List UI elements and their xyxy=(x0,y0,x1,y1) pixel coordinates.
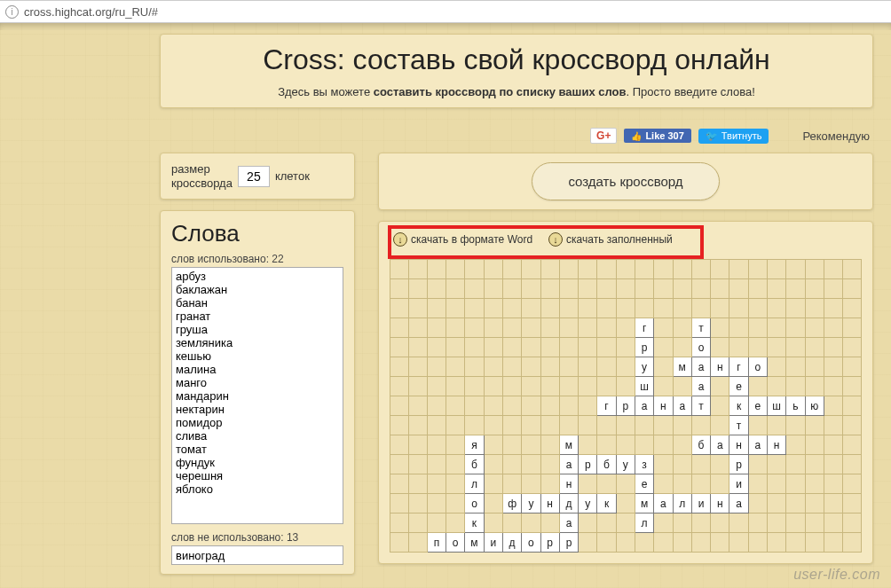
grid-cell xyxy=(540,377,559,396)
grid-cell xyxy=(691,533,710,553)
grid-cell xyxy=(673,416,691,435)
thumb-up-icon: 👍 xyxy=(631,131,642,141)
grid-cell xyxy=(673,533,691,553)
grid-cell xyxy=(465,260,484,279)
google-plus-button[interactable]: G+ xyxy=(590,128,617,144)
grid-cell xyxy=(805,338,824,357)
grid-cell xyxy=(390,494,409,514)
grid-cell xyxy=(767,455,785,474)
grid-cell: т xyxy=(691,396,710,416)
grid-cell xyxy=(673,260,691,279)
hero-panel: Cross: составь свой кроссворд онлайн Зде… xyxy=(160,34,873,108)
grid-cell xyxy=(484,318,502,338)
grid-cell xyxy=(540,455,559,474)
grid-cell xyxy=(465,377,484,396)
grid-cell xyxy=(484,279,502,299)
grid-cell xyxy=(842,435,861,455)
grid-cell xyxy=(748,474,767,494)
grid-cell xyxy=(824,299,842,318)
grid-cell xyxy=(484,299,502,318)
grid-cell xyxy=(805,357,824,377)
grid-cell xyxy=(390,260,409,279)
grid-cell xyxy=(842,318,861,338)
grid-cell: а xyxy=(635,396,653,416)
grid-cell xyxy=(654,416,673,435)
grid-cell xyxy=(408,474,427,494)
grid-cell xyxy=(748,533,767,553)
grid-cell xyxy=(748,514,767,533)
grid-cell xyxy=(635,533,653,553)
grid-cell xyxy=(842,299,861,318)
grid-cell xyxy=(390,416,409,435)
grid-cell: м xyxy=(673,357,691,377)
grid-cell xyxy=(427,514,446,533)
grid-cell xyxy=(408,514,427,533)
grid-cell xyxy=(691,474,710,494)
grid-cell xyxy=(427,455,446,474)
grid-cell: н xyxy=(729,435,748,455)
grid-cell xyxy=(786,416,805,435)
grid-cell xyxy=(408,533,427,553)
grid-cell xyxy=(465,318,484,338)
create-panel: создать кроссворд xyxy=(378,153,873,210)
twitter-icon: 🐦 xyxy=(706,130,718,142)
grid-cell xyxy=(408,435,427,455)
grid-cell xyxy=(465,299,484,318)
grid-cell xyxy=(408,279,427,299)
grid-cell xyxy=(502,474,521,494)
grid-cell xyxy=(390,435,409,455)
download-word-link[interactable]: ↓ скачать в формате Word xyxy=(393,232,532,247)
grid-cell xyxy=(711,514,729,533)
grid-cell xyxy=(824,318,842,338)
grid-cell xyxy=(691,279,710,299)
grid-cell: б xyxy=(691,435,710,455)
twitter-button[interactable]: 🐦 Твитнуть xyxy=(698,129,769,144)
grid-cell: б xyxy=(597,455,616,474)
grid-cell xyxy=(502,396,521,416)
grid-cell xyxy=(748,455,767,474)
grid-cell xyxy=(729,338,748,357)
grid-cell xyxy=(446,260,465,279)
grid-cell xyxy=(635,299,653,318)
unused-input[interactable] xyxy=(171,545,343,565)
grid-cell xyxy=(691,299,710,318)
grid-cell xyxy=(786,338,805,357)
grid-cell xyxy=(465,396,484,416)
grid-cell xyxy=(502,455,521,474)
grid-cell xyxy=(654,318,673,338)
address-bar[interactable]: i cross.highcat.org/ru_RU/# xyxy=(0,0,891,23)
grid-cell xyxy=(579,299,597,318)
grid-cell xyxy=(579,533,597,553)
grid-cell xyxy=(786,474,805,494)
grid-cell xyxy=(767,260,785,279)
grid-cell xyxy=(711,396,729,416)
grid-cell xyxy=(673,318,691,338)
grid-cell xyxy=(427,377,446,396)
create-crossword-button[interactable]: создать кроссворд xyxy=(532,162,719,200)
grid-cell xyxy=(579,377,597,396)
size-input[interactable] xyxy=(238,166,270,187)
crossword-grid: гтроумангошаегранаткешьютямбананбарбузрл… xyxy=(390,259,862,553)
grid-cell xyxy=(654,377,673,396)
grid-cell: т xyxy=(729,416,748,435)
grid-cell xyxy=(748,416,767,435)
grid-cell xyxy=(616,299,635,318)
grid-cell xyxy=(559,318,578,338)
grid-cell xyxy=(805,435,824,455)
grid-cell: ш xyxy=(635,377,653,396)
words-heading: Слова xyxy=(171,220,343,247)
grid-cell: ю xyxy=(805,396,824,416)
download-filled-link[interactable]: ↓ скачать заполненный xyxy=(548,232,673,247)
grid-cell: а xyxy=(559,514,578,533)
grid-cell xyxy=(824,279,842,299)
grid-cell: м xyxy=(559,435,578,455)
grid-cell xyxy=(824,338,842,357)
facebook-like-button[interactable]: 👍 Like 307 xyxy=(624,129,690,143)
page-background: Cross: составь свой кроссворд онлайн Зде… xyxy=(0,23,891,588)
grid-cell xyxy=(824,533,842,553)
grid-cell xyxy=(522,299,540,318)
grid-cell xyxy=(522,377,540,396)
words-textarea[interactable] xyxy=(171,267,343,524)
grid-cell xyxy=(540,279,559,299)
grid-cell xyxy=(616,318,635,338)
